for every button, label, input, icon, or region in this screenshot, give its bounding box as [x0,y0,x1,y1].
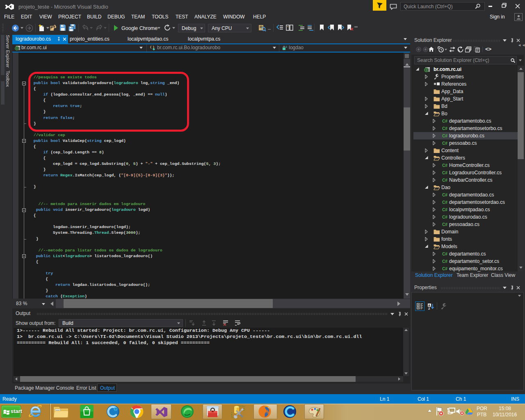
svg-text:Z: Z [428,307,430,310]
